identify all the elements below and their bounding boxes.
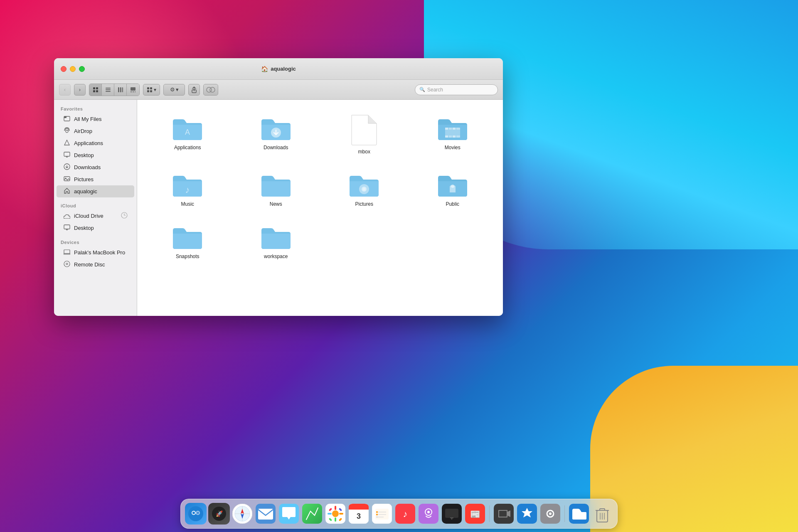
svg-point-59 xyxy=(192,512,195,514)
svg-rect-49 xyxy=(449,135,452,138)
file-item-applications[interactable]: A Applications xyxy=(145,110,230,158)
file-item-public[interactable]: Public xyxy=(411,166,495,210)
forward-button[interactable]: › xyxy=(74,84,86,96)
svg-point-101 xyxy=(427,511,430,513)
downloads-icon xyxy=(63,163,71,171)
toolbar: ‹ › xyxy=(54,80,503,100)
svg-rect-48 xyxy=(445,135,448,138)
svg-text:📰: 📰 xyxy=(470,509,480,519)
column-icon xyxy=(118,87,123,93)
sidebar-item-aqualogic[interactable]: aqualogic xyxy=(57,185,134,197)
dock-tv[interactable] xyxy=(441,503,463,525)
close-button[interactable] xyxy=(61,66,66,72)
sidebar-item-icloud-drive[interactable]: iCloud Drive xyxy=(57,210,134,222)
svg-rect-51 xyxy=(456,135,460,138)
file-item-pictures[interactable]: Pictures xyxy=(322,166,406,210)
sidebar-item-downloads-label: Downloads xyxy=(74,164,128,170)
sidebar-item-downloads[interactable]: Downloads xyxy=(57,161,134,173)
remote-disc-icon xyxy=(63,261,71,268)
devices-label: Devices xyxy=(54,237,137,246)
column-view-button[interactable] xyxy=(114,84,127,96)
file-item-mbox[interactable]: mbox xyxy=(322,110,406,158)
file-item-movies[interactable]: Movies xyxy=(411,110,495,158)
dock-appstore[interactable] xyxy=(516,503,538,525)
action-button[interactable]: ⚙ ▾ xyxy=(163,84,185,96)
sidebar-item-icloud-desktop[interactable]: Desktop xyxy=(57,222,134,234)
file-item-music[interactable]: ♪ Music xyxy=(145,166,230,210)
tag-button[interactable] xyxy=(203,84,218,96)
dock-reminders[interactable] xyxy=(371,503,393,525)
downloads-folder-icon xyxy=(259,113,293,142)
svg-point-76 xyxy=(332,510,339,517)
svg-rect-15 xyxy=(150,87,152,89)
workspace-folder-icon xyxy=(259,222,293,251)
dock-system-preferences[interactable] xyxy=(539,503,561,525)
dock-finder[interactable] xyxy=(185,503,207,525)
dock-launchpad[interactable]: 🚀 xyxy=(208,503,230,525)
pictures-icon xyxy=(63,175,71,183)
svg-rect-17 xyxy=(150,90,152,92)
svg-point-23 xyxy=(66,130,68,133)
macbook-icon xyxy=(63,249,71,256)
gallery-view-button[interactable] xyxy=(127,84,139,96)
dock-messages[interactable] xyxy=(278,503,300,525)
arrange-icon xyxy=(147,87,153,93)
file-item-news[interactable]: News xyxy=(234,166,318,210)
share-button[interactable] xyxy=(188,84,200,96)
list-view-button[interactable] xyxy=(102,84,114,96)
icon-view-button[interactable] xyxy=(89,84,102,96)
svg-rect-46 xyxy=(453,128,456,130)
dock-photos[interactable] xyxy=(325,503,346,525)
sidebar-item-desktop[interactable]: Desktop xyxy=(57,149,134,161)
content-area: Favorites All My Files AirDrop Applicati… xyxy=(54,100,503,316)
sidebar-item-all-my-files[interactable]: All My Files xyxy=(57,113,134,125)
svg-rect-36 xyxy=(64,250,70,254)
svg-rect-8 xyxy=(120,87,121,92)
window-title: 🏠 aqualogic xyxy=(261,66,296,72)
movies-label: Movies xyxy=(445,145,461,150)
forward-icon: › xyxy=(79,86,81,93)
svg-rect-7 xyxy=(118,87,119,92)
icloud-badge xyxy=(121,212,128,220)
dock-maps[interactable] xyxy=(301,503,323,525)
arrange-button[interactable]: ▾ xyxy=(143,84,160,96)
airdrop-icon xyxy=(63,127,71,135)
file-item-snapshots[interactable]: Snapshots xyxy=(145,219,230,263)
file-grid: A Applications Downloads xyxy=(137,100,503,316)
svg-rect-50 xyxy=(453,135,456,138)
file-item-workspace[interactable]: workspace xyxy=(234,219,318,263)
dock-facetime[interactable] xyxy=(493,503,515,525)
sidebar-item-remote-disc[interactable]: Remote Disc xyxy=(57,259,134,271)
svg-rect-37 xyxy=(64,254,70,254)
back-button[interactable]: ‹ xyxy=(59,84,71,96)
sidebar-item-icloud-desktop-label: Desktop xyxy=(74,225,128,231)
search-box[interactable]: 🔍 Search xyxy=(415,84,498,95)
sidebar-item-pictures[interactable]: Pictures xyxy=(57,173,134,185)
sidebar-item-macbook[interactable]: Palak's MacBook Pro xyxy=(57,246,134,259)
svg-point-39 xyxy=(66,263,68,265)
dock-separator xyxy=(489,505,490,522)
dock-files[interactable] xyxy=(568,503,590,525)
sidebar-item-applications[interactable]: Applications xyxy=(57,137,134,149)
svg-rect-13 xyxy=(135,91,135,92)
dock-podcasts[interactable] xyxy=(418,503,439,525)
file-item-downloads[interactable]: Downloads xyxy=(234,110,318,158)
public-folder-icon xyxy=(436,170,469,199)
svg-rect-9 xyxy=(122,87,123,92)
dock-calendar[interactable]: 3 xyxy=(348,503,369,525)
minimize-button[interactable] xyxy=(70,66,76,72)
mbox-label: mbox xyxy=(358,149,370,155)
applications-label: Applications xyxy=(174,145,201,150)
arrange-arrow-icon: ▾ xyxy=(154,87,156,93)
dock-trash[interactable] xyxy=(591,503,613,525)
dock-news[interactable]: 📰 xyxy=(464,503,486,525)
sidebar-item-airdrop[interactable]: AirDrop xyxy=(57,125,134,137)
sidebar-item-macbook-label: Palak's MacBook Pro xyxy=(74,249,128,256)
sidebar-item-aqualogic-label: aqualogic xyxy=(74,188,128,195)
gear-icon: ⚙ xyxy=(170,86,175,93)
dock-mail[interactable] xyxy=(255,503,276,525)
dock-music[interactable]: ♪ xyxy=(394,503,416,525)
dock-safari[interactable] xyxy=(232,503,253,525)
maximize-button[interactable] xyxy=(79,66,85,72)
window-title-text: aqualogic xyxy=(271,66,296,72)
